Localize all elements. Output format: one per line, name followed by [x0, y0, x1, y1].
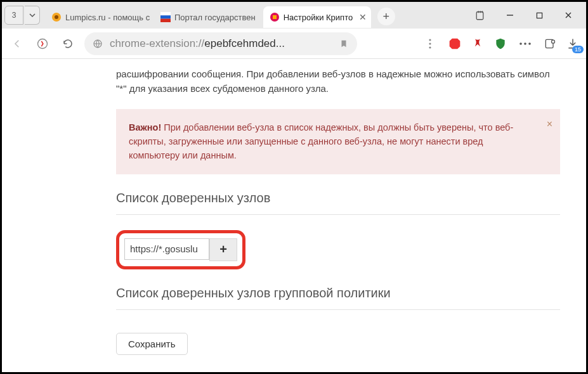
back-button[interactable] [8, 35, 26, 53]
tab-dropdown-button[interactable] [25, 6, 40, 25]
svg-rect-6 [273, 15, 277, 19]
tab-label: Настройки Крипто [284, 13, 353, 22]
yandex-home-icon[interactable] [34, 35, 51, 53]
close-window-button[interactable] [554, 5, 582, 25]
lumpics-favicon-icon [51, 12, 62, 22]
svg-rect-4 [160, 19, 171, 22]
svg-point-18 [528, 42, 531, 45]
site-info-icon[interactable] [92, 38, 103, 49]
tab-cryptopro-settings[interactable]: Настройки Крипто ✕ [263, 6, 371, 28]
svg-point-20 [552, 40, 555, 43]
tab-count-button[interactable]: 3 [4, 6, 23, 25]
svg-point-17 [524, 42, 526, 45]
svg-point-13 [429, 42, 431, 44]
add-trusted-site-row: + [116, 230, 245, 269]
addons-icon[interactable] [543, 37, 557, 51]
reload-button[interactable] [59, 35, 77, 53]
new-tab-button[interactable]: + [377, 8, 395, 25]
warning-alert: Важно! При добавлении веб-узла в список … [116, 109, 560, 174]
adblock-extension-icon[interactable] [448, 37, 462, 51]
address-bar[interactable]: chrome-extension://epebfcehmded... [84, 32, 357, 55]
tab-label: Lumpics.ru - помощь с [65, 13, 150, 22]
svg-point-1 [55, 15, 58, 19]
collections-icon[interactable] [467, 5, 495, 25]
svg-marker-15 [450, 38, 461, 49]
shield-extension-icon[interactable] [493, 37, 507, 51]
more-extensions-icon[interactable] [516, 35, 534, 53]
alert-strong: Важно! [129, 122, 161, 132]
svg-rect-2 [160, 12, 171, 15]
maximize-button[interactable] [525, 5, 553, 25]
alert-body: При добавлении веб-узла в список надежны… [129, 122, 513, 161]
svg-rect-7 [476, 12, 483, 20]
cryptopro-favicon-icon [270, 12, 280, 22]
add-site-button[interactable]: + [209, 238, 237, 261]
close-tab-icon[interactable]: ✕ [359, 12, 367, 22]
ribbon-extension-icon[interactable] [471, 37, 485, 51]
minimize-button[interactable] [496, 5, 524, 25]
svg-point-16 [519, 42, 522, 45]
svg-rect-3 [160, 15, 171, 18]
tab-lumpics[interactable]: Lumpics.ru - помощь с [45, 6, 153, 28]
bookmark-icon[interactable] [338, 38, 350, 49]
titlebar: 3 Lumpics.ru - помощь с Портал государст… [2, 2, 586, 29]
menu-dots-icon[interactable] [421, 35, 439, 53]
alert-close-icon[interactable]: × [547, 117, 552, 132]
toolbar: chrome-extension://epebfcehmded... [2, 29, 586, 59]
page-content: расшифровании сообщения. При добавлении … [2, 59, 586, 372]
tab-gosuslugi[interactable]: Портал государствен [154, 6, 262, 28]
downloads-icon[interactable] [566, 37, 580, 51]
intro-paragraph: расшифровании сообщения. При добавлении … [116, 67, 560, 96]
rus-flag-favicon-icon [160, 12, 171, 22]
trusted-sites-heading: Список доверенных узлов [116, 191, 560, 215]
group-policy-sites-heading: Список доверенных узлов групповой полити… [116, 286, 560, 310]
trusted-site-input[interactable] [124, 238, 209, 260]
svg-point-12 [429, 39, 431, 41]
svg-rect-9 [537, 13, 542, 18]
tab-label: Портал государствен [174, 13, 256, 22]
address-text: chrome-extension://epebfcehmded... [110, 37, 332, 50]
svg-point-14 [429, 46, 431, 48]
save-button[interactable]: Сохранить [116, 333, 188, 355]
